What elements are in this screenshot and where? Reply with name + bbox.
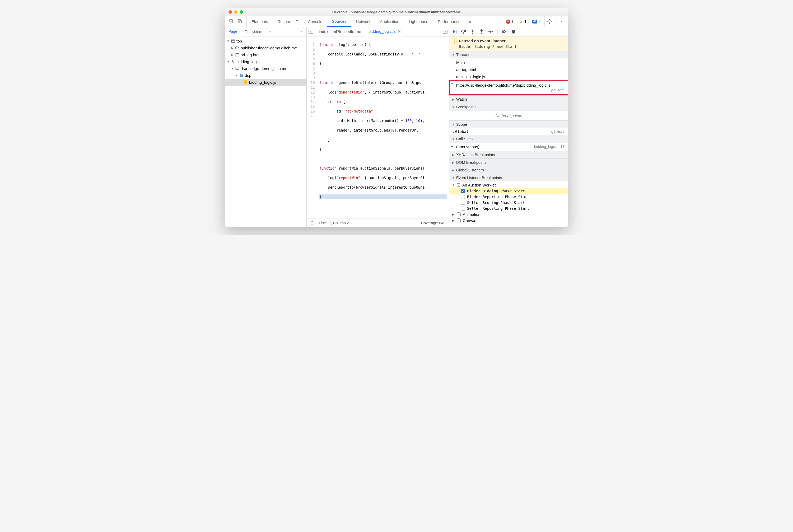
code-editor[interactable]: 1234567891011121314151617 function log(l… bbox=[307, 36, 449, 218]
editor-footer: {} Line 17, Column 2 Coverage: n/a bbox=[307, 218, 449, 227]
error-count[interactable]: ✕1 bbox=[505, 19, 515, 24]
page-tab[interactable]: Page bbox=[225, 27, 241, 36]
callstack-header[interactable]: ▼Call Stack bbox=[449, 135, 568, 142]
tab-application[interactable]: Application bbox=[375, 16, 404, 27]
svg-point-11 bbox=[463, 33, 464, 33]
svg-rect-16 bbox=[513, 31, 513, 33]
close-tab-icon[interactable]: ✕ bbox=[398, 29, 401, 34]
elb-seller-scoring[interactable]: Seller Scoring Phase Start bbox=[449, 200, 568, 206]
svg-rect-2 bbox=[240, 20, 242, 23]
thread-main[interactable]: Main bbox=[449, 59, 568, 66]
js-file-icon bbox=[243, 80, 248, 84]
prev-file-icon[interactable] bbox=[307, 27, 315, 36]
thread-decision[interactable]: decision_logic.js bbox=[449, 73, 568, 80]
issue-count[interactable]: 💬1 bbox=[531, 19, 542, 24]
threads-header[interactable]: ▼Threads bbox=[449, 51, 568, 58]
watch-header[interactable]: ▶Watch bbox=[449, 96, 568, 103]
frame-icon bbox=[231, 39, 235, 43]
elb-group-canvas[interactable]: ▶Canvas bbox=[449, 217, 568, 224]
elb-bidder-reporting[interactable]: Bidder Reporting Phase Start bbox=[449, 194, 568, 200]
svg-point-14 bbox=[492, 31, 493, 32]
more-tabs-icon[interactable]: » bbox=[465, 16, 475, 27]
svg-point-13 bbox=[481, 33, 482, 34]
tab-recorder[interactable]: Recorder ⚗ bbox=[273, 16, 303, 27]
source-text: function log(label, o) { console.log(lab… bbox=[317, 36, 449, 218]
step-out-icon[interactable] bbox=[479, 29, 484, 34]
close-icon[interactable] bbox=[228, 10, 232, 14]
info-icon: ⓘ bbox=[453, 39, 457, 45]
paused-banner: ⓘ Paused on event listener Bidder Biddin… bbox=[449, 36, 568, 51]
xhr-header[interactable]: ▶XHR/fetch Breakpoints bbox=[449, 151, 568, 158]
breakpoints-header[interactable]: ▼Breakpoints bbox=[449, 103, 568, 111]
elb-seller-reporting[interactable]: Seller Reporting Phase Start bbox=[449, 206, 568, 211]
tab-lighthouse[interactable]: Lighthouse bbox=[404, 16, 433, 27]
elb-group-ad-auction[interactable]: ▼−Ad Auction Worklet bbox=[449, 182, 568, 188]
tab-network[interactable]: Network bbox=[351, 16, 375, 27]
tree-domain-dsp[interactable]: ▼dsp-fledge-demo.glitch.me bbox=[225, 65, 306, 72]
svg-point-12 bbox=[472, 33, 473, 34]
tree-adtag[interactable]: ▶ad-tag.html bbox=[225, 51, 306, 58]
tab-performance[interactable]: Performance bbox=[433, 16, 465, 27]
folder-icon bbox=[239, 73, 244, 78]
tab-elements[interactable]: Elements bbox=[247, 16, 273, 27]
scope-header[interactable]: ▼Scope bbox=[449, 121, 568, 128]
zoom-icon[interactable] bbox=[240, 10, 243, 14]
svg-rect-9 bbox=[443, 30, 447, 33]
next-file-icon[interactable] bbox=[441, 27, 449, 36]
settings-icon[interactable] bbox=[544, 16, 554, 27]
kebab-menu-icon[interactable]: ⋮ bbox=[556, 16, 566, 27]
thread-bidding[interactable]: https://dsp-fledge-demo.glitch.me/dsp/bi… bbox=[449, 80, 568, 95]
global-listeners-header[interactable]: ▶Global Listeners bbox=[449, 166, 568, 174]
svg-rect-4 bbox=[231, 40, 234, 42]
dom-header[interactable]: ▶DOM Breakpoints bbox=[449, 159, 568, 166]
flask-icon: ⚗ bbox=[295, 19, 298, 24]
paused-subtitle: Bidder Bidding Phase Start bbox=[459, 44, 517, 49]
svg-rect-17 bbox=[514, 31, 514, 33]
svg-rect-5 bbox=[235, 53, 239, 56]
cloud-icon bbox=[235, 66, 240, 71]
cursor-position: Line 17, Column 2 bbox=[317, 221, 349, 225]
panel-tabs: Elements Recorder ⚗ Console Sources Netw… bbox=[247, 16, 505, 27]
step-over-icon[interactable] bbox=[461, 29, 466, 34]
pretty-print-icon[interactable]: {} bbox=[307, 221, 317, 225]
pause-exceptions-icon[interactable] bbox=[511, 29, 516, 34]
svg-point-15 bbox=[512, 30, 515, 34]
inspect-icon[interactable] bbox=[229, 19, 234, 24]
scope-global[interactable]: ▶Globalglobal bbox=[449, 129, 568, 134]
elb-bidder-bidding[interactable]: ✓Bidder Bidding Phase Start bbox=[449, 188, 568, 194]
tab-console[interactable]: Console bbox=[303, 16, 327, 27]
coverage-label: Coverage: n/a bbox=[421, 221, 449, 225]
svg-rect-10 bbox=[456, 30, 456, 34]
more-tabs-icon[interactable]: » bbox=[266, 27, 274, 36]
navigator-menu-icon[interactable]: ⋮ bbox=[297, 27, 306, 36]
thread-adtag[interactable]: ad-tag.html bbox=[449, 66, 568, 73]
titlebar: DevTools - publisher-fledge-demo.glitch.… bbox=[225, 8, 568, 16]
tree-top[interactable]: ▼top bbox=[225, 38, 306, 44]
tree-file-bidding[interactable]: bidding_logic.js bbox=[225, 79, 306, 86]
callstack-item[interactable]: (anonymous)bidding_logic.js:17 bbox=[449, 143, 568, 150]
elb-header[interactable]: ▼Event Listener Breakpoints bbox=[449, 174, 568, 182]
step-into-icon[interactable] bbox=[470, 29, 475, 34]
device-icon[interactable] bbox=[238, 19, 242, 24]
file-tree: ▼top ▶publisher-fledge-demo.glitch.me ▶a… bbox=[225, 36, 306, 227]
tree-bidding-root[interactable]: ▼bidding_logic.js bbox=[225, 58, 306, 65]
warning-count[interactable]: ▲1 bbox=[517, 19, 528, 24]
tree-domain-publisher[interactable]: ▶publisher-fledge-demo.glitch.me bbox=[225, 44, 306, 51]
deactivate-breakpoints-icon[interactable] bbox=[502, 29, 507, 34]
paused-title: Paused on event listener bbox=[459, 39, 506, 43]
svg-point-6 bbox=[232, 60, 233, 61]
elb-group-animation[interactable]: ▶Animation bbox=[449, 211, 568, 217]
editor-tab-bidding[interactable]: bidding_logic.js✕ bbox=[365, 27, 405, 36]
thread-status: paused bbox=[456, 88, 566, 92]
resume-icon[interactable] bbox=[452, 29, 457, 34]
window-title: DevTools - publisher-fledge-demo.glitch.… bbox=[225, 10, 568, 14]
step-icon[interactable] bbox=[488, 29, 493, 34]
line-gutter: 1234567891011121314151617 bbox=[307, 36, 317, 218]
tree-folder-dsp[interactable]: ▼dsp bbox=[225, 72, 306, 79]
navigator-pane: Page Filesystem » ⋮ ▼top ▶publisher-fled… bbox=[225, 27, 307, 227]
tab-sources[interactable]: Sources bbox=[327, 16, 351, 27]
editor-tab-index[interactable]: index.html?fencedframe bbox=[315, 27, 365, 36]
minimize-icon[interactable] bbox=[234, 10, 238, 14]
devtools-window: DevTools - publisher-fledge-demo.glitch.… bbox=[225, 8, 568, 227]
filesystem-tab[interactable]: Filesystem bbox=[241, 27, 266, 36]
